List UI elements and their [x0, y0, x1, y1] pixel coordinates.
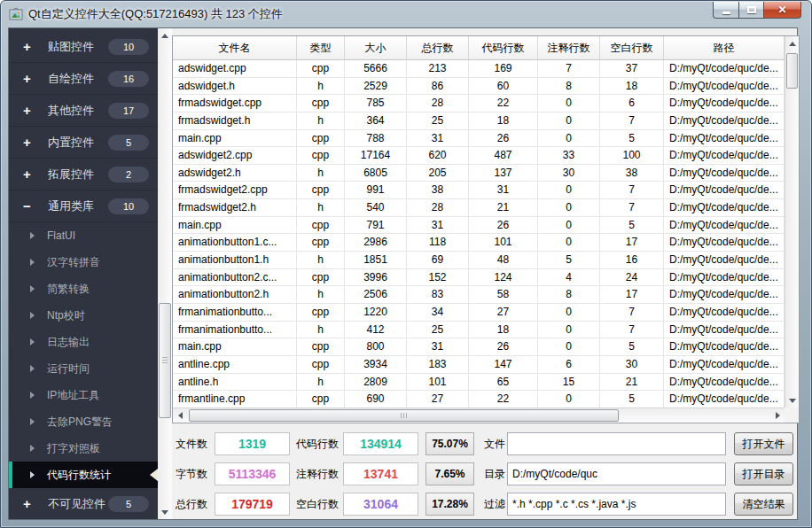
triangle-right-icon	[30, 285, 35, 292]
sidebar-scrollbar[interactable]	[158, 28, 172, 519]
table-row[interactable]: main.cppcpp800312605D:/myQt/code/quc/de.…	[173, 338, 785, 356]
table-cell: 2809	[345, 374, 407, 391]
triangle-right-icon	[30, 445, 35, 452]
table-header-cell[interactable]: 路径	[664, 36, 785, 59]
table-cell: D:/myQt/code/quc/de...	[664, 199, 785, 216]
scroll-down-button[interactable]	[158, 505, 172, 519]
open-directory-button[interactable]: 打开目录	[734, 462, 793, 485]
sidebar-group-label: 自绘控件	[48, 71, 108, 87]
scrollbar-corner	[785, 408, 799, 423]
expand-icon: +	[23, 497, 37, 511]
table-cell: cpp	[297, 147, 345, 164]
table-row[interactable]: frmantline.cppcpp690272205D:/myQt/code/q…	[173, 391, 785, 408]
sidebar-subitem[interactable]: 日志输出	[9, 329, 158, 355]
sidebar-subitem[interactable]: 代码行数统计	[9, 462, 158, 488]
minimize-button[interactable]	[713, 2, 739, 19]
table-cell: 101	[407, 374, 469, 391]
table-cell: 30	[600, 356, 664, 373]
scroll-left-button[interactable]	[173, 408, 187, 423]
table-cell: frmadswidget.h	[173, 113, 297, 129]
sidebar-subitem[interactable]: 去除PNG警告	[9, 408, 158, 435]
table-cell: D:/myQt/code/quc/de...	[664, 147, 785, 164]
sidebar-subitem[interactable]: Ntp校时	[9, 302, 158, 329]
client-area: +贴图控件10+自绘控件16+其他控件17+内置控件5+拓展控件2−通用类库10…	[8, 27, 798, 520]
table-row[interactable]: frmadswidget.cppcpp785282206D:/myQt/code…	[173, 95, 785, 113]
table-row[interactable]: antline.cppcpp3934183147630D:/myQt/code/…	[173, 356, 785, 374]
table-cell: 25	[407, 322, 469, 338]
table-row[interactable]: main.cppcpp788312605D:/myQt/code/quc/de.…	[173, 130, 785, 148]
table-header-cell[interactable]: 大小	[345, 36, 407, 59]
sidebar-group[interactable]: −通用类库10	[9, 190, 158, 222]
clear-results-button[interactable]: 清空结果	[734, 493, 793, 516]
table-cell: 83	[407, 286, 469, 303]
table-row[interactable]: animationbutton2.c...cpp3996152124424D:/…	[173, 269, 785, 287]
scroll-thumb[interactable]	[189, 409, 619, 422]
sidebar-group[interactable]: +自绘控件16	[9, 63, 158, 95]
filter-input[interactable]	[507, 493, 726, 516]
table-header-cell[interactable]: 注释行数	[538, 36, 600, 59]
table-header-cell[interactable]: 总行数	[407, 36, 469, 59]
table-row[interactable]: adswidget.cppcpp5666213169737D:/myQt/cod…	[173, 60, 785, 78]
table-row[interactable]: adswidget.hh25298660818D:/myQt/code/quc/…	[173, 78, 785, 96]
table-header-cell[interactable]: 代码行数	[469, 36, 538, 59]
table-cell: 364	[345, 113, 407, 129]
sidebar-group[interactable]: +内置控件5	[9, 127, 158, 159]
table-cell: cpp	[297, 95, 345, 112]
table-row[interactable]: animationbutton1.c...cpp2986118101017D:/…	[173, 234, 785, 252]
table-row[interactable]: frmadswidget2.cppcpp991383107D:/myQt/cod…	[173, 182, 785, 199]
table-cell: 5	[600, 338, 664, 355]
scroll-down-button[interactable]	[785, 393, 799, 408]
scroll-right-button[interactable]	[770, 408, 785, 423]
table-cell: 31	[407, 338, 469, 355]
table-cell: h	[297, 322, 345, 338]
expand-icon: +	[23, 72, 37, 86]
table-cell: D:/myQt/code/quc/de...	[664, 130, 785, 147]
table-row[interactable]: frmanimationbutto...h412251807D:/myQt/co…	[173, 322, 785, 339]
table-cell: 5	[600, 391, 664, 408]
sidebar-group-label: 通用类库	[48, 198, 108, 214]
table-row[interactable]: adswidget2.hh68052051373038D:/myQt/code/…	[173, 165, 785, 182]
table-cell: 28	[407, 199, 469, 216]
open-file-button[interactable]: 打开文件	[734, 432, 793, 455]
maximize-button[interactable]	[738, 2, 764, 19]
close-button[interactable]: ✕	[763, 2, 801, 19]
scroll-thumb[interactable]	[159, 303, 171, 418]
sidebar-subitem[interactable]: 打字对照板	[9, 435, 158, 462]
table-horizontal-scrollbar[interactable]	[173, 408, 785, 423]
table-cell: frmadswidget.cpp	[173, 95, 297, 112]
table-cell: 26	[469, 338, 538, 355]
scroll-up-button[interactable]	[158, 28, 172, 43]
table-row[interactable]: animationbutton1.hh18516948516D:/myQt/co…	[173, 252, 785, 269]
table-cell: adswidget.cpp	[173, 60, 297, 77]
table-row[interactable]: adswidget2.cppcpp1716462048733100D:/myQt…	[173, 147, 785, 165]
sidebar-subitem[interactable]: IP地址工具	[9, 382, 158, 408]
scroll-up-button[interactable]	[785, 36, 799, 50]
table-row[interactable]: frmadswidget2.hh540282107D:/myQt/code/qu…	[173, 199, 785, 217]
table-row[interactable]: antline.hh2809101651521D:/myQt/code/quc/…	[173, 374, 785, 392]
table-header-cell[interactable]: 文件名	[173, 36, 297, 59]
sidebar-subitem[interactable]: 运行时间	[9, 355, 158, 382]
sidebar-group[interactable]: +拓展控件2	[9, 159, 158, 190]
sidebar-subitem[interactable]: 汉字转拼音	[9, 249, 158, 276]
sidebar-group[interactable]: +贴图控件10	[9, 31, 158, 63]
table-header-cell[interactable]: 类型	[297, 36, 345, 59]
table-cell: D:/myQt/code/quc/de...	[664, 78, 785, 95]
file-input[interactable]	[507, 432, 726, 455]
table-row[interactable]: animationbutton2.hh25068358817D:/myQt/co…	[173, 286, 785, 304]
table-row[interactable]: main.cppcpp791312605D:/myQt/code/quc/de.…	[173, 217, 785, 235]
sidebar-subitem[interactable]: 简繁转换	[9, 276, 158, 302]
triangle-right-icon	[30, 418, 35, 425]
scroll-thumb[interactable]	[786, 53, 798, 89]
directory-input[interactable]	[507, 462, 726, 485]
sidebar-group[interactable]: +其他控件17	[9, 95, 158, 127]
sidebar-subitem[interactable]: FlatUI	[9, 222, 158, 249]
table-vertical-scrollbar[interactable]	[785, 36, 799, 408]
table-cell: cpp	[297, 356, 345, 373]
table-header-cell[interactable]: 空白行数	[600, 36, 664, 59]
table-cell: 15	[538, 374, 600, 391]
table-row[interactable]: frmanimationbutto...cpp1220342707D:/myQt…	[173, 304, 785, 322]
sidebar-group[interactable]: +不可见控件5	[9, 488, 158, 519]
table-row[interactable]: frmadswidget.hh364251807D:/myQt/code/quc…	[173, 113, 785, 130]
triangle-right-icon	[30, 232, 35, 239]
table-cell: 100	[600, 147, 664, 164]
